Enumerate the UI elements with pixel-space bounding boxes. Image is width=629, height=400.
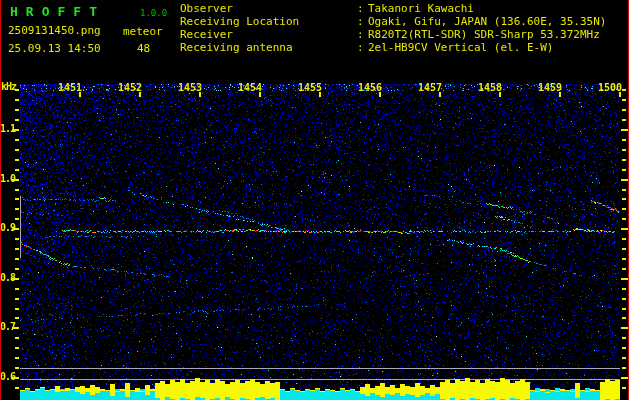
info-separator: :	[357, 15, 364, 28]
axis-tick	[622, 248, 626, 250]
axis-tick	[621, 129, 628, 131]
axis-tick	[622, 149, 626, 151]
echo-count: 48	[137, 42, 150, 55]
x-axis-tick-label: 1451	[56, 82, 84, 93]
axis-tick	[622, 119, 626, 121]
axis-tick	[15, 119, 19, 121]
axis-tick	[15, 139, 19, 141]
app-version: 1.0.0	[140, 8, 167, 18]
info-label: Observer	[180, 2, 233, 15]
axis-tick	[15, 208, 19, 210]
x-axis-tick-label: 1454	[236, 82, 264, 93]
axis-tick	[622, 109, 626, 111]
y-axis-tick-label: 1.1	[0, 123, 13, 134]
axis-tick	[622, 208, 626, 210]
x-axis-tick-label: 1452	[116, 82, 144, 93]
x-axis-tick-label: 1459	[536, 82, 564, 93]
axis-tick	[15, 189, 19, 191]
axis-tick	[622, 298, 626, 300]
axis-tick	[621, 327, 628, 329]
axis-tick	[15, 317, 19, 319]
axis-tick	[621, 278, 628, 280]
info-row: Receiving antenna:2el-HB9CV Vertical (el…	[180, 41, 293, 54]
axis-tick	[15, 159, 19, 161]
axis-tick	[15, 248, 19, 250]
axis-tick	[15, 99, 19, 101]
axis-tick	[15, 109, 19, 111]
axis-tick	[15, 198, 19, 200]
axis-tick	[622, 258, 626, 260]
axis-tick	[622, 198, 626, 200]
axis-tick	[15, 288, 19, 290]
output-filename: 2509131450.png	[8, 24, 101, 37]
y-axis-tick-label: 0.9	[0, 222, 13, 233]
x-axis-tick-label: 1500	[596, 82, 624, 93]
axis-tick	[622, 99, 626, 101]
axis-tick	[622, 367, 626, 369]
axis-tick	[15, 298, 19, 300]
axis-tick	[15, 367, 19, 369]
mode-label: meteor	[123, 25, 163, 38]
axis-tick	[15, 89, 19, 91]
axis-tick	[15, 169, 19, 171]
hrofft-window: HROFFT 1.0.0 2509131450.png meteor 25.09…	[0, 0, 629, 400]
axis-tick	[621, 228, 628, 230]
axis-tick	[621, 377, 628, 379]
info-value: R820T2(RTL-SDR) SDR-Sharp 53.372MHz	[368, 28, 600, 41]
left-border-line	[0, 0, 1, 400]
axis-tick	[15, 387, 19, 389]
x-axis-tick-label: 1453	[176, 82, 204, 93]
axis-tick	[15, 308, 19, 310]
info-label: Receiving antenna	[180, 41, 293, 54]
axis-tick	[15, 357, 19, 359]
axis-tick	[622, 238, 626, 240]
axis-tick	[622, 159, 626, 161]
info-separator: :	[357, 2, 364, 15]
y-axis-tick-label: 0.7	[0, 321, 13, 332]
axis-tick	[15, 258, 19, 260]
axis-tick	[621, 179, 628, 181]
info-value: Ogaki, Gifu, JAPAN (136.60E, 35.35N)	[368, 15, 606, 28]
app-title: HROFFT	[10, 4, 105, 19]
x-axis-tick-label: 1458	[476, 82, 504, 93]
axis-tick	[622, 169, 626, 171]
y-axis-unit-label: kHz	[1, 81, 16, 92]
info-label: Receiver	[180, 28, 233, 41]
y-axis-tick-label: 0.8	[0, 272, 13, 283]
axis-tick	[622, 347, 626, 349]
x-axis-tick-label: 1456	[356, 82, 384, 93]
axis-tick	[622, 308, 626, 310]
axis-tick	[622, 139, 626, 141]
axis-tick	[622, 288, 626, 290]
axis-tick	[622, 268, 626, 270]
axis-tick	[15, 347, 19, 349]
axis-tick	[15, 218, 19, 220]
axis-tick	[622, 317, 626, 319]
axis-tick	[15, 149, 19, 151]
info-value: 2el-HB9CV Vertical (el. E-W)	[368, 41, 553, 54]
info-value: Takanori Kawachi	[368, 2, 474, 15]
date-time: 25.09.13 14:50	[8, 42, 101, 55]
info-row: Receiving Location:Ogaki, Gifu, JAPAN (1…	[180, 15, 299, 28]
axis-tick	[622, 387, 626, 389]
info-row: Observer:Takanori Kawachi	[180, 2, 233, 15]
info-label: Receiving Location	[180, 15, 299, 28]
y-axis-tick-label: 1.0	[0, 173, 13, 184]
axis-tick	[622, 218, 626, 220]
axis-tick	[15, 337, 19, 339]
axis-tick	[622, 337, 626, 339]
axis-tick	[622, 189, 626, 191]
spectrogram-canvas	[0, 0, 629, 400]
info-separator: :	[357, 41, 364, 54]
x-axis-tick-label: 1457	[416, 82, 444, 93]
y-axis-tick-label: 0.6	[0, 371, 13, 382]
axis-tick	[15, 238, 19, 240]
axis-tick	[622, 357, 626, 359]
x-axis-tick-label: 1455	[296, 82, 324, 93]
info-separator: :	[357, 28, 364, 41]
info-row: Receiver:R820T2(RTL-SDR) SDR-Sharp 53.37…	[180, 28, 233, 41]
axis-tick	[15, 268, 19, 270]
